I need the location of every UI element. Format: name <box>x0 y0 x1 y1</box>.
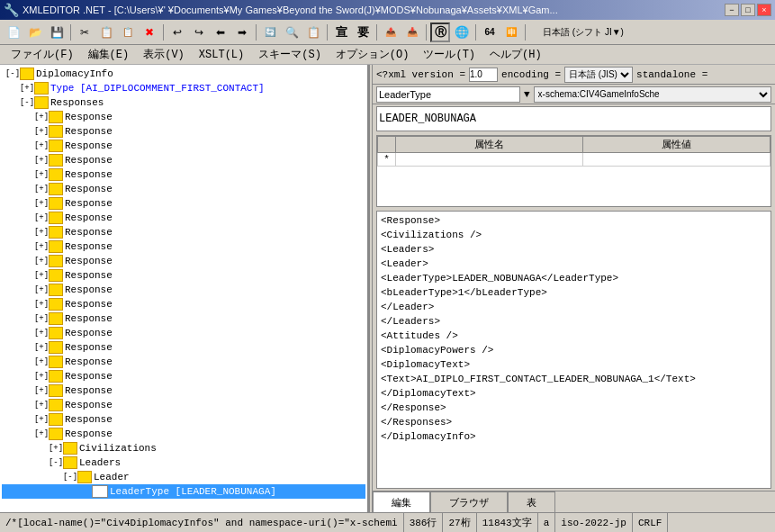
tree-row-response-13[interactable]: [+]Response <box>2 297 365 311</box>
cut-button[interactable]: ✂ <box>75 23 95 42</box>
expander-resp-6[interactable]: [+] <box>34 196 49 211</box>
redo-button[interactable]: ↪ <box>189 23 209 42</box>
64-button[interactable]: 64 <box>480 23 500 42</box>
lang-selector[interactable]: 日本語 (シフト JI▼) <box>529 23 637 42</box>
tree-row-response-2[interactable]: [+]Response <box>2 139 365 153</box>
expander-resp-12[interactable]: [+] <box>34 283 49 297</box>
expander-resp-0[interactable]: [+] <box>34 110 49 124</box>
tree-row-responses[interactable]: [-] Responses <box>2 95 365 110</box>
tree-row-type[interactable]: [+] Type [AI_DIPLOCOMMENT_FIRST_CONTACT] <box>2 81 365 95</box>
expander-resp-16[interactable]: [+] <box>34 340 49 355</box>
expander-resp-10[interactable]: [+] <box>34 254 49 268</box>
copy-button[interactable]: 📋 <box>96 23 116 42</box>
attr-name-input[interactable] <box>400 154 579 164</box>
clipboard-button[interactable]: 📋 <box>303 23 323 42</box>
tree-row-response-14[interactable]: [+]Response <box>2 311 365 326</box>
expander-type[interactable]: [+] <box>20 81 34 95</box>
expander-resp-18[interactable]: [+] <box>34 369 49 383</box>
close-button[interactable]: × <box>757 4 771 16</box>
jp-button[interactable]: 🈸 <box>501 23 521 42</box>
expander-leader[interactable]: [-] <box>63 470 77 484</box>
forward-button[interactable]: ➡ <box>232 23 252 42</box>
tree-row-response-9[interactable]: [+]Response <box>2 239 365 254</box>
tree-row-response-10[interactable]: [+]Response <box>2 254 365 268</box>
back-button[interactable]: ⬅ <box>211 23 230 42</box>
globe-button[interactable]: 🌐 <box>452 23 472 42</box>
tab-table[interactable]: 表 <box>508 491 555 512</box>
maximize-button[interactable]: □ <box>741 4 755 16</box>
tab-edit[interactable]: 編集 <box>373 491 430 512</box>
delete-button[interactable]: ✖ <box>140 23 159 42</box>
element-name-input[interactable] <box>376 86 520 103</box>
tree-row-civilizations[interactable]: [+] Civilizations <box>2 441 365 455</box>
expander-resp-4[interactable]: [+] <box>34 167 49 182</box>
expander-resp-11[interactable]: [+] <box>34 268 49 283</box>
undo-button[interactable]: ↩ <box>167 23 187 42</box>
tree-panel[interactable]: [-] DiplomacyInfo [+] Type [AI_DIPLOCOMM… <box>0 65 369 512</box>
expander-resp-8[interactable]: [+] <box>34 225 49 239</box>
schema-button[interactable]: 要 <box>353 23 373 42</box>
tree-row-response-16[interactable]: [+]Response <box>2 340 365 355</box>
menu-help[interactable]: ヘルプ(H) <box>482 45 549 64</box>
attr-row-new[interactable]: * <box>378 153 770 167</box>
validate-button[interactable]: 宣 <box>331 23 351 42</box>
attr-name-cell[interactable] <box>396 153 583 167</box>
expander-resp-2[interactable]: [+] <box>34 139 49 153</box>
r-button[interactable]: Ⓡ <box>430 23 450 42</box>
tree-row-response-0[interactable]: [+]Response <box>2 110 365 124</box>
tree-row-response-19[interactable]: [+]Response <box>2 383 365 398</box>
attr-val-cell[interactable] <box>583 153 770 167</box>
refresh-button[interactable]: 🔄 <box>260 23 280 42</box>
expander-diplomacyinfo[interactable]: [-] <box>5 67 20 81</box>
tree-row-response-18[interactable]: [+]Response <box>2 369 365 383</box>
tree-row-response-1[interactable]: [+]Response <box>2 124 365 139</box>
import-button[interactable]: 📥 <box>402 23 422 42</box>
tree-row-response-17[interactable]: [+]Response <box>2 355 365 369</box>
menu-tools[interactable]: ツール(T) <box>416 45 482 64</box>
expander-resp-7[interactable]: [+] <box>34 211 49 225</box>
open-button[interactable]: 📂 <box>25 23 45 42</box>
find-button[interactable]: 🔍 <box>282 23 302 42</box>
expander-resp-9[interactable]: [+] <box>34 239 49 254</box>
tree-row-leader[interactable]: [-] Leader <box>2 470 365 484</box>
xml-encoding-select[interactable]: 日本語 (JIS) <box>564 67 633 83</box>
tree-row-response-15[interactable]: [+]Response <box>2 326 365 340</box>
tree-row-leadertype[interactable]: ⊞ LeaderType [LEADER_NOBUNAGA] <box>2 484 365 499</box>
expander-civ[interactable]: [+] <box>49 441 63 455</box>
expander-resp-22[interactable]: [+] <box>34 427 49 441</box>
tree-row-response-20[interactable]: [+]Response <box>2 398 365 412</box>
tree-row-response-4[interactable]: [+]Response <box>2 167 365 182</box>
menu-view[interactable]: 表示(V) <box>136 45 192 64</box>
tree-row-response-7[interactable]: [+]Response <box>2 211 365 225</box>
expander-leaders[interactable]: [-] <box>49 455 63 470</box>
expander-resp-13[interactable]: [+] <box>34 297 49 311</box>
expander-resp-17[interactable]: [+] <box>34 355 49 369</box>
schema-select[interactable]: x-schema:CIV4GameInfoSche <box>534 86 771 103</box>
menu-xslt[interactable]: XSLT(L) <box>192 47 251 63</box>
expander-resp-1[interactable]: [+] <box>34 124 49 139</box>
save-button[interactable]: 💾 <box>47 23 67 42</box>
tree-row-response-3[interactable]: [+]Response <box>2 153 365 167</box>
tree-row-response-12[interactable]: [+]Response <box>2 283 365 297</box>
expander-resp-15[interactable]: [+] <box>34 326 49 340</box>
tree-row-response-6[interactable]: [+]Response <box>2 196 365 211</box>
menu-schema[interactable]: スキーマ(S) <box>251 45 329 64</box>
expander-resp-5[interactable]: [+] <box>34 182 49 196</box>
xml-version-input[interactable] <box>469 68 498 82</box>
transform-button[interactable]: 📤 <box>381 23 401 42</box>
attr-val-input[interactable] <box>587 154 766 164</box>
menu-edit[interactable]: 編集(E) <box>81 45 137 64</box>
expander-resp-14[interactable]: [+] <box>34 311 49 326</box>
tree-row-response-22[interactable]: [+]Response <box>2 427 365 441</box>
content-area[interactable]: LEADER_NOBUNAGA <box>376 106 771 131</box>
tree-row-diplomacyinfo[interactable]: [-] DiplomacyInfo <box>2 67 365 81</box>
expander-resp-20[interactable]: [+] <box>34 398 49 412</box>
tree-row-response-21[interactable]: [+]Response <box>2 412 365 427</box>
menu-options[interactable]: オプション(O) <box>329 45 417 64</box>
tree-row-response-8[interactable]: [+]Response <box>2 225 365 239</box>
expander-resp-3[interactable]: [+] <box>34 153 49 167</box>
expander-resp-21[interactable]: [+] <box>34 412 49 427</box>
minimize-button[interactable]: − <box>725 4 739 16</box>
menu-file[interactable]: ファイル(F) <box>4 45 81 64</box>
tree-row-response-5[interactable]: [+]Response <box>2 182 365 196</box>
